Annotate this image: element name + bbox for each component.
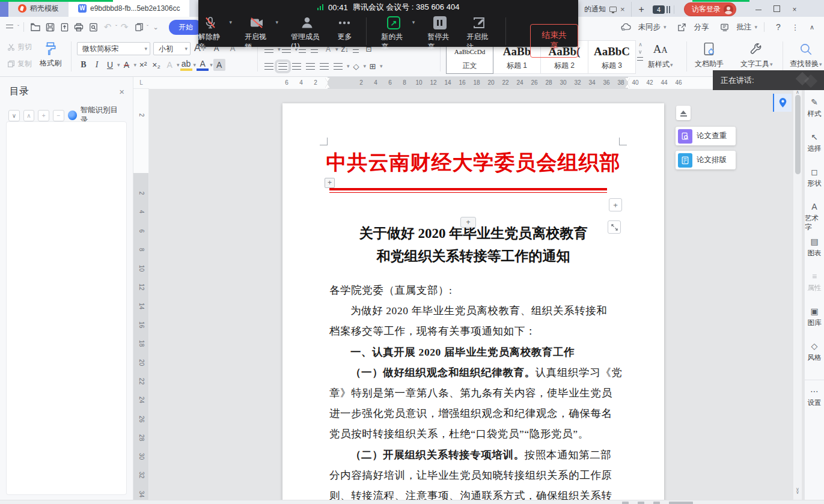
next-page-icon[interactable]: ∨∨ bbox=[793, 488, 802, 494]
right-tool-item[interactable]: ▤ 图表 bbox=[805, 237, 824, 272]
sync-status-label[interactable]: 未同步 bbox=[638, 22, 661, 32]
font-name-select[interactable]: 微软简标宋▾ bbox=[77, 42, 150, 55]
scroll-down-icon[interactable]: ∧ bbox=[638, 49, 642, 55]
highlight-button[interactable]: ab bbox=[180, 59, 192, 71]
justify-icon[interactable] bbox=[306, 63, 315, 70]
close-tab-icon[interactable]: × bbox=[620, 5, 625, 13]
align-left-icon[interactable] bbox=[264, 63, 273, 70]
cut-button[interactable]: 剪切 bbox=[7, 42, 32, 52]
right-tool-item[interactable]: ⋯ 设置 bbox=[805, 380, 824, 414]
new-tab-button[interactable]: + bbox=[639, 4, 644, 15]
gallery-expand-icon[interactable] bbox=[637, 57, 643, 61]
scrollbar-thumb[interactable] bbox=[795, 95, 801, 174]
dropdown-icon[interactable]: ▾ bbox=[194, 62, 197, 68]
start-video-button[interactable]: 开启视频 ▾ bbox=[245, 16, 269, 52]
indent-marker-left[interactable] bbox=[325, 78, 331, 87]
right-tool-item[interactable]: A 艺术字 bbox=[805, 202, 824, 237]
dropdown-icon[interactable]: ▾ bbox=[134, 62, 137, 68]
style-preset[interactable]: AaBbC 标题 3 bbox=[588, 40, 636, 74]
dropdown-icon[interactable]: ▾ bbox=[347, 63, 350, 69]
tab-docker-templates[interactable]: 稻壳模板 bbox=[8, 0, 69, 17]
expand-all-button[interactable]: ∨ bbox=[8, 110, 20, 121]
align-center-icon[interactable] bbox=[278, 63, 287, 70]
location-pin-button[interactable] bbox=[773, 94, 792, 112]
undo-icon[interactable]: ↶ bbox=[100, 20, 115, 34]
comment-label[interactable]: 批注 bbox=[736, 22, 751, 32]
horizontal-ruler[interactable]: 642 2468101214161820222426283032343638 4… bbox=[149, 77, 804, 89]
doc-assistant-button[interactable]: 文档助手 bbox=[695, 42, 724, 69]
print-icon[interactable] bbox=[72, 20, 86, 34]
superscript-button[interactable]: ×² bbox=[137, 59, 149, 71]
document-page[interactable]: 中共云南财经大学委员会组织部 + 关于做好 2020 年毕业生党员离校教育 和党… bbox=[282, 103, 664, 500]
dropdown-icon[interactable]: ▾ bbox=[210, 62, 213, 68]
find-replace-button[interactable]: 查找替换▾ bbox=[790, 42, 822, 69]
minimize-button[interactable] bbox=[749, 5, 768, 14]
scroll-up-icon[interactable]: ∧ bbox=[793, 90, 802, 95]
dropdown-icon[interactable]: ▾ bbox=[380, 63, 383, 69]
share-label[interactable]: 分享 bbox=[694, 22, 709, 32]
scroll-up-icon[interactable]: ∧ bbox=[638, 41, 642, 47]
indent-marker-right[interactable] bbox=[625, 78, 630, 87]
dropdown-icon[interactable]: ▾ bbox=[117, 62, 120, 68]
collapse-ribbon-icon[interactable]: ∧ bbox=[805, 20, 819, 34]
font-color-button[interactable]: A bbox=[197, 59, 209, 71]
right-tool-item[interactable]: ◇ 风格 bbox=[805, 341, 824, 376]
ruler-corner[interactable]: L bbox=[133, 77, 149, 89]
new-share-button[interactable]: ↗ 新的共享 ▾ bbox=[381, 16, 406, 52]
end-share-button[interactable]: 结束共享 bbox=[530, 24, 578, 58]
close-window-button[interactable]: × bbox=[786, 5, 804, 14]
right-tool-item[interactable]: ✎ 样式 bbox=[805, 97, 824, 132]
save-icon[interactable] bbox=[43, 20, 57, 34]
zoom-in-toc-button[interactable]: + bbox=[38, 110, 49, 121]
font-size-select[interactable]: 小初▾ bbox=[153, 42, 191, 55]
dropdown-icon[interactable]: ▾ bbox=[664, 24, 667, 30]
phonetic-guide-button[interactable]: A bbox=[163, 59, 175, 71]
right-tool-item[interactable]: ≡ 属性 bbox=[805, 272, 824, 306]
view-mode-icon[interactable] bbox=[622, 502, 629, 504]
zoom-plus-button[interactable]: + bbox=[609, 198, 622, 211]
italic-button[interactable]: I bbox=[91, 59, 103, 71]
dropdown-icon[interactable]: ▾ bbox=[364, 63, 367, 69]
shading-icon[interactable]: ◇ bbox=[350, 60, 362, 72]
style-gallery-scroll[interactable]: ∧ ∧ bbox=[637, 41, 643, 61]
view-mode-icon[interactable] bbox=[653, 502, 660, 504]
vertical-scrollbar[interactable]: ∧ ∨∨ bbox=[793, 89, 802, 500]
print-preview-icon[interactable] bbox=[86, 20, 100, 34]
right-tool-item[interactable]: ↖ 选择 bbox=[805, 132, 824, 167]
more-menu-icon[interactable]: ⋮ bbox=[788, 20, 802, 34]
pause-share-button[interactable]: 暂停共享 bbox=[427, 16, 452, 52]
char-shading-button[interactable]: A bbox=[213, 59, 225, 71]
borders-icon[interactable]: ⊞ bbox=[367, 60, 379, 72]
strikethrough-button[interactable]: A bbox=[121, 59, 133, 71]
comment-icon[interactable] bbox=[717, 20, 731, 34]
annotate-button[interactable]: 开启批注 bbox=[466, 16, 491, 52]
dropdown-icon[interactable]: ▾ bbox=[177, 62, 180, 68]
right-tool-item[interactable]: ◻ 形状 bbox=[805, 167, 824, 202]
toc-empty-panel[interactable] bbox=[6, 121, 127, 495]
paper-check-button[interactable]: 论文查重 bbox=[676, 127, 736, 145]
line-spacing-icon[interactable] bbox=[334, 63, 343, 70]
zoom-slider[interactable] bbox=[669, 502, 693, 504]
underline-button[interactable]: U bbox=[104, 59, 116, 71]
zoom-out-toc-button[interactable]: − bbox=[53, 110, 64, 121]
wps-home-button[interactable] bbox=[0, 0, 8, 17]
vertical-ruler[interactable]: 2 246810121416182022242628303234 bbox=[133, 89, 149, 500]
share-icon[interactable] bbox=[674, 20, 689, 34]
dropdown-icon[interactable]: ˇ bbox=[17, 24, 19, 30]
more-button[interactable]: 更多 bbox=[337, 16, 352, 42]
open-folder-icon[interactable] bbox=[28, 20, 43, 34]
more-commands-icon[interactable]: ⌄ bbox=[148, 20, 163, 34]
help-icon[interactable]: ? bbox=[771, 20, 786, 34]
subscript-button[interactable]: ×₂ bbox=[150, 59, 162, 71]
collapse-all-button[interactable]: ∧ bbox=[23, 110, 35, 121]
fit-page-button[interactable] bbox=[608, 220, 621, 234]
new-style-button[interactable]: AA 新样式▾ bbox=[648, 43, 673, 70]
dropdown-icon[interactable]: ▾ bbox=[412, 19, 415, 25]
tab-notice-document[interactable]: 的通知 × bbox=[578, 2, 632, 17]
export-pdf-icon[interactable] bbox=[57, 20, 72, 34]
insert-float-button[interactable]: + bbox=[460, 217, 476, 228]
manage-members-button[interactable]: 管理成员(1) bbox=[291, 16, 323, 50]
distribute-icon[interactable] bbox=[320, 63, 329, 70]
object-move-handle[interactable]: + bbox=[325, 178, 335, 188]
dropdown-icon[interactable]: ▾ bbox=[275, 19, 278, 25]
